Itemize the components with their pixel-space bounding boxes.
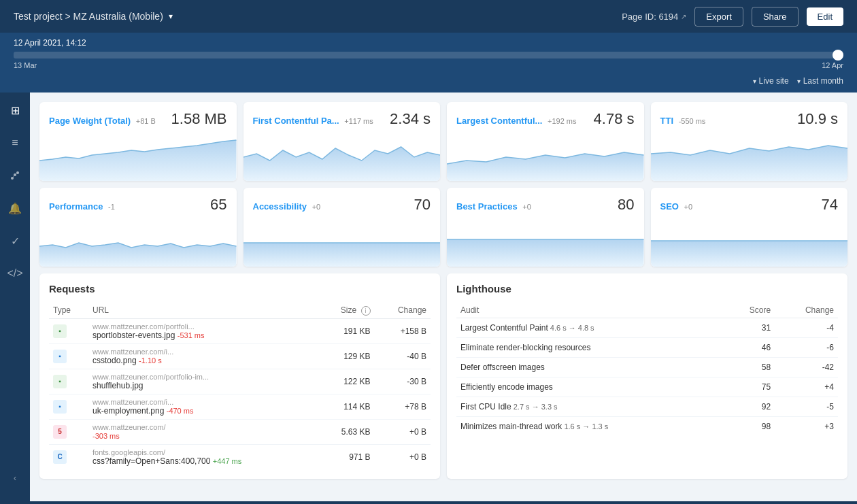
filter-bar: ▾ Live site ▾ Last month — [0, 72, 857, 93]
table-row: Efficiently encode images 75 +4 — [456, 377, 838, 397]
card-chart-performance — [39, 219, 237, 267]
cell-url: www.mattzeuner.com/ -303 ms — [88, 419, 317, 444]
cell-score: 98 — [724, 417, 775, 437]
cell-size: 129 KB — [317, 343, 375, 369]
timeline-track[interactable] — [14, 52, 843, 58]
lh-col-audit: Audit — [456, 303, 724, 318]
sidebar-icon-layers[interactable]: ⊞ — [5, 101, 24, 120]
file-type-icon: ▪ — [53, 350, 67, 363]
card-fcp: First Contentful Pa... +117 ms 2.34 s — [243, 102, 441, 181]
cell-type: ▪ — [49, 394, 88, 419]
audit-name: First CPU Idle — [460, 402, 511, 411]
table-row: ▪ www.mattzeuner.com/i... uk-employment.… — [49, 394, 431, 419]
live-site-arrow: ▾ — [753, 78, 756, 85]
export-button[interactable]: Export — [694, 7, 743, 27]
card-delta-page-weight: +81 B — [136, 117, 156, 125]
table-row: Largest Contentful Paint 4.6 s → 4.8 s 3… — [456, 318, 838, 338]
card-title-tti: TTI — [660, 116, 674, 126]
cell-type: 5 — [49, 419, 88, 444]
breadcrumb-dropdown-icon[interactable]: ▾ — [169, 12, 173, 21]
card-title-performance: Performance — [49, 201, 103, 212]
file-type-icon: C — [53, 450, 67, 464]
card-chart-lcp — [447, 133, 644, 181]
card-title-lcp: Largest Contentful... — [456, 116, 542, 126]
cell-url: www.mattzeuner.com/i... csstodo.png -1.1… — [88, 343, 317, 369]
card-chart-fcp — [243, 133, 441, 181]
cell-change: -30 B — [375, 369, 431, 394]
top-nav-actions: Page ID: 6194 ↗ Export Share Edit — [622, 7, 843, 27]
card-value-tti: 10.9 s — [797, 110, 838, 128]
live-site-filter[interactable]: ▾ Live site — [753, 76, 789, 86]
timeline-date: 12 April 2021, 14:12 — [14, 38, 843, 48]
cell-score: 58 — [724, 358, 775, 377]
card-chart-tti — [651, 133, 848, 181]
cell-change: -40 B — [375, 343, 431, 369]
svg-line-3 — [13, 175, 14, 178]
size-info-icon[interactable]: i — [361, 306, 371, 316]
table-row: Minimizes main-thread work 1.6 s → 1.3 s… — [456, 417, 838, 437]
cell-url: www.mattzeuner.com/portfolio-im... shuff… — [88, 369, 317, 394]
card-tti: TTI -550 ms 10.9 s — [651, 102, 848, 181]
card-delta-fcp: +117 ms — [344, 117, 373, 125]
timeline-start-label: 13 Mar — [14, 61, 37, 69]
cell-audit: Defer offscreen images — [456, 358, 724, 377]
page-id-ext-link-icon[interactable]: ↗ — [681, 13, 686, 20]
cell-url: www.mattzeuner.com/i... uk-employment.pn… — [88, 394, 317, 419]
timeline-thumb[interactable] — [833, 50, 843, 61]
cell-score: 31 — [724, 318, 775, 338]
cell-change: +0 B — [375, 444, 431, 469]
sidebar-icon-code[interactable]: </> — [5, 264, 24, 283]
cell-change: +0 B — [375, 419, 431, 444]
cell-type: C — [49, 444, 88, 469]
main-layout: ⊞ ≡ 🔔 ✓ </> ‹ Page Weight (Tot — [0, 93, 857, 501]
card-chart-page-weight — [39, 133, 237, 181]
svg-line-4 — [16, 173, 16, 174]
last-month-filter[interactable]: ▾ Last month — [797, 76, 843, 86]
lh-time-range: 2.7 s → 3.3 s — [511, 403, 558, 411]
sidebar-bottom: ‹ — [8, 471, 22, 493]
edit-button[interactable]: Edit — [807, 7, 843, 26]
card-delta-best-practices: +0 — [522, 203, 531, 211]
card-value-page-weight: 1.58 MB — [171, 110, 227, 128]
url-domain: www.mattzeuner.com/portfoli... — [93, 322, 313, 331]
card-header-lcp: Largest Contentful... +192 ms 4.78 s — [456, 110, 635, 128]
metric-cards-grid: Page Weight (Total) +81 B 1.58 MB — [39, 102, 847, 267]
sidebar-collapse-icon[interactable]: ‹ — [8, 471, 22, 485]
cell-size: 122 KB — [317, 369, 375, 394]
card-header-tti: TTI -550 ms 10.9 s — [660, 110, 839, 128]
bottom-section: Requests Type URL Size i Change — [39, 273, 847, 479]
card-performance: Performance -1 65 — [39, 188, 237, 267]
card-value-best-practices: 80 — [618, 196, 634, 214]
card-header-page-weight: Page Weight (Total) +81 B 1.58 MB — [49, 110, 227, 128]
live-site-label: Live site — [759, 76, 789, 86]
card-header-accessibility: Accessibility +0 70 — [253, 196, 431, 214]
top-nav: Test project > MZ Australia (Mobile) ▾ P… — [0, 0, 857, 33]
cell-score: 46 — [724, 338, 775, 358]
url-file: shufflehub.jpg — [93, 381, 144, 390]
cell-audit: First CPU Idle 2.7 s → 3.3 s — [456, 397, 724, 417]
sidebar-icon-check[interactable]: ✓ — [5, 231, 24, 250]
url-domain: www.mattzeuner.com/portfolio-im... — [93, 373, 313, 381]
cell-audit: Minimizes main-thread work 1.6 s → 1.3 s — [456, 417, 724, 437]
share-button[interactable]: Share — [752, 7, 799, 27]
url-file: csstodo.png — [93, 356, 137, 365]
card-best-practices: Best Practices +0 80 — [447, 188, 644, 267]
card-header-performance: Performance -1 65 — [49, 196, 227, 214]
audit-name: Eliminate render-blocking resources — [460, 343, 590, 352]
card-value-seo: 74 — [822, 196, 838, 214]
card-page-weight: Page Weight (Total) +81 B 1.58 MB — [39, 102, 237, 181]
lh-col-change: Change — [775, 303, 838, 318]
request-delta: -470 ms — [167, 407, 194, 415]
card-delta-seo: +0 — [684, 203, 693, 211]
sidebar-icon-analytics[interactable] — [5, 166, 24, 185]
file-type-icon: 5 — [53, 425, 67, 439]
audit-name: Minimizes main-thread work — [460, 422, 562, 431]
card-chart-accessibility — [243, 219, 441, 267]
timeline-labels: 13 Mar 12 Apr — [14, 61, 843, 69]
cell-audit: Largest Contentful Paint 4.6 s → 4.8 s — [456, 318, 724, 338]
lighthouse-table: Audit Score Change Largest Contentful Pa… — [456, 303, 838, 436]
sidebar-icon-list[interactable]: ≡ — [5, 133, 24, 152]
cell-change: +4 — [775, 377, 838, 397]
sidebar-icon-alert[interactable]: 🔔 — [5, 199, 24, 218]
timeline-end-label: 12 Apr — [822, 61, 843, 69]
